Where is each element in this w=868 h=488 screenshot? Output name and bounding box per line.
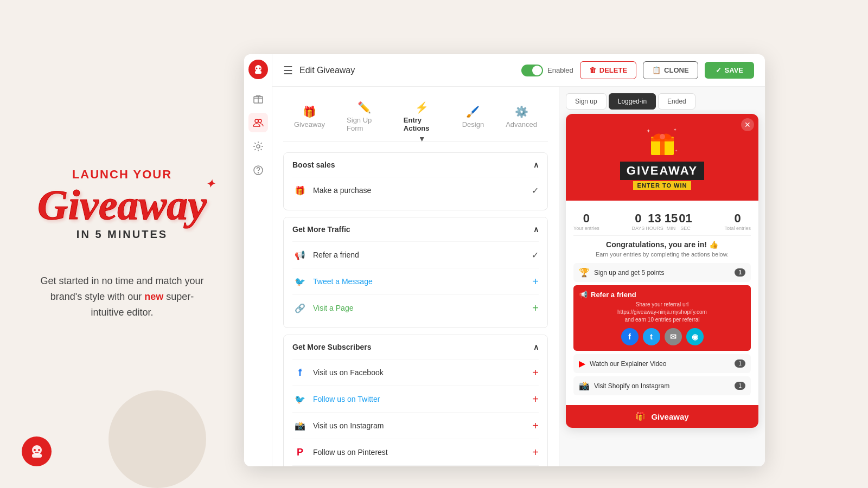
svg-point-7 <box>259 68 260 69</box>
svg-point-3 <box>38 449 40 451</box>
video-label-1: Watch our Explainer Video <box>590 360 730 368</box>
svg-text:✦: ✦ <box>673 127 677 132</box>
checkmark-icon: ✓ <box>716 66 722 74</box>
svg-point-6 <box>256 68 257 69</box>
referral-messenger-btn[interactable]: ◉ <box>686 328 704 345</box>
widget-instagram-item[interactable]: 📸 Visit Shopify on Instagram 1 <box>573 376 751 395</box>
tagline: Get started in no time and match your br… <box>35 273 209 320</box>
widget-header-content: ✦ ✦ ✦ <box>620 125 704 190</box>
facebook-add[interactable]: + <box>532 367 539 379</box>
sidebar <box>244 54 272 466</box>
tab-entry-label: Entry Actions <box>404 116 441 132</box>
menu-icon[interactable]: ☰ <box>283 64 293 77</box>
tab-design[interactable]: 🖌️ Design <box>451 102 495 132</box>
delete-button[interactable]: 🗑 DELETE <box>580 61 636 79</box>
widget-enter-to-win: ENTER TO WIN <box>633 181 692 190</box>
tab-advanced-label: Advanced <box>506 120 537 129</box>
referral-facebook-btn[interactable]: f <box>621 328 639 345</box>
subscribers-body: f Visit us on Facebook + 🐦 Follow us on … <box>284 359 547 466</box>
widget-header: ✕ ✦ ✦ ✦ <box>566 114 758 201</box>
sidebar-item-giveaways[interactable] <box>248 89 268 108</box>
get-more-subscribers-section: Get More Subscribers ∧ f Visit us on Fac… <box>283 335 548 466</box>
deco-circle <box>108 390 206 488</box>
get-more-traffic-header[interactable]: Get More Traffic ∧ <box>284 217 547 241</box>
tab-design-label: Design <box>462 120 484 129</box>
preview-tab-signup[interactable]: Sign up <box>566 93 607 110</box>
tab-advanced[interactable]: ⚙️ Advanced <box>495 102 548 132</box>
facebook-icon: f <box>292 365 308 380</box>
widget-footer[interactable]: 🎁 Giveaway <box>566 405 758 428</box>
widget-body: 0 Your entries 0 DAYS 13 HOURS <box>566 201 758 405</box>
referral-email-btn[interactable]: ✉ <box>665 328 682 345</box>
sidebar-logo <box>248 60 268 79</box>
widget-footer-label: Giveaway <box>651 412 688 421</box>
instagram-icon: 📸 <box>292 418 308 433</box>
facebook-label: Visit us on Facebook <box>313 368 532 377</box>
your-entries-num: 0 <box>573 211 599 226</box>
earn-text: Earn your entries by completing the acti… <box>573 251 751 258</box>
tweet-add[interactable]: + <box>532 275 539 288</box>
enabled-toggle[interactable] <box>521 65 543 76</box>
preview-tabs: Sign up Logged-in Ended <box>559 87 765 110</box>
pinterest-add[interactable]: + <box>532 446 539 459</box>
clone-button[interactable]: 📋 CLONE <box>643 61 698 79</box>
svg-point-23 <box>660 134 665 139</box>
total-entries-stat: 0 Total entries <box>724 211 751 231</box>
sidebar-item-help[interactable] <box>248 160 268 180</box>
sidebar-item-settings[interactable] <box>248 137 268 156</box>
topbar: ☰ Edit Giveaway Enabled 🗑 DELETE 📋 CLONE… <box>272 54 765 87</box>
svg-point-9 <box>255 119 258 123</box>
tab-entry-actions[interactable]: ⚡ Entry Actions <box>393 98 451 136</box>
design-tab-icon: 🖌️ <box>466 105 480 118</box>
get-more-subscribers-header[interactable]: Get More Subscribers ∧ <box>284 335 547 359</box>
pinterest-label: Follow us on Pinterest <box>313 448 532 457</box>
video-badge-1: 1 <box>735 359 745 368</box>
in-5-minutes-text: IN 5 MINUTES <box>37 228 207 241</box>
tab-giveaway[interactable]: 🎁 Giveaway <box>283 102 336 132</box>
svg-text:✦: ✦ <box>646 128 650 134</box>
editor-panel: ☰ Edit Giveaway Enabled 🗑 DELETE 📋 CLONE… <box>244 54 765 466</box>
widget-giveaway-title: GIVEAWAY <box>620 162 704 180</box>
svg-point-0 <box>32 445 42 455</box>
delete-icon: 🗑 <box>589 66 596 74</box>
giveaway-hero-text: Giveaway <box>37 181 207 228</box>
boost-sales-header[interactable]: Boost sales ∧ <box>284 153 547 177</box>
purchase-label: Make a purchase <box>313 186 532 195</box>
svg-point-11 <box>257 145 260 148</box>
tab-signup-form[interactable]: ✏️ Sign Up Form <box>336 98 393 136</box>
ninja-logo-icon <box>22 436 52 466</box>
widget-close-button[interactable]: ✕ <box>741 118 754 131</box>
your-entries-label: Your entries <box>573 226 599 231</box>
launch-text: LAUNCH YOUR <box>37 168 207 182</box>
widget-footer-gift-icon: 🎁 <box>635 412 646 421</box>
preview-tab-ended[interactable]: Ended <box>658 93 695 110</box>
timer-sec: 01 SEC <box>679 211 692 231</box>
clone-icon: 📋 <box>652 66 661 74</box>
boost-sales-chevron: ∧ <box>533 160 539 169</box>
sidebar-item-audience[interactable] <box>248 113 268 132</box>
widget-video-item-1[interactable]: ▶ Watch our Explainer Video 1 <box>573 354 751 373</box>
preview-tab-loggedin[interactable]: Logged-in <box>609 93 656 110</box>
preview-panel: Sign up Logged-in Ended ✕ ✦ ✦ <box>559 87 765 466</box>
instagram-add[interactable]: + <box>532 420 539 432</box>
visit-page-add[interactable]: + <box>532 302 539 314</box>
tab-signup-label: Sign Up Form <box>347 116 382 132</box>
tweet-label: Tweet a Message <box>313 277 532 286</box>
page-title: Edit Giveaway <box>299 66 515 75</box>
save-button[interactable]: ✓ SAVE <box>705 62 754 79</box>
signup-tab-icon: ✏️ <box>358 101 371 114</box>
enabled-toggle-container: Enabled <box>521 65 573 76</box>
action-facebook: f Visit us on Facebook + <box>292 359 539 386</box>
referral-twitter-btn[interactable]: t <box>643 328 660 345</box>
twitter-follow-icon: 🐦 <box>292 391 308 407</box>
action-instagram: 📸 Visit us on Instagram + <box>292 412 539 439</box>
action-tweet: 🐦 Tweet a Message + <box>292 268 539 294</box>
refer-icon: 📢 <box>292 247 308 262</box>
instagram-label: Visit us on Instagram <box>313 421 532 430</box>
svg-rect-5 <box>255 71 261 74</box>
widget-signup-action[interactable]: 🏆 Sign up and get 5 points 1 <box>573 263 751 282</box>
timer-row: 0 Your entries 0 DAYS 13 HOURS <box>573 207 751 236</box>
twitter-follow-add[interactable]: + <box>532 393 539 406</box>
refer-label: Refer a friend <box>313 251 532 259</box>
instagram-widget-badge: 1 <box>735 382 745 390</box>
